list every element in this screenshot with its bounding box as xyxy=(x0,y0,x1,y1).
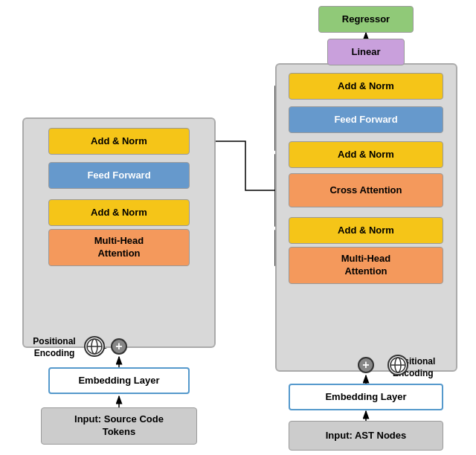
right-add-norm-top: Add & Norm xyxy=(289,73,443,100)
left-multi-head: Multi-HeadAttention xyxy=(48,229,190,266)
left-feed-forward: Feed Forward xyxy=(48,162,190,189)
left-pe-circle xyxy=(84,336,105,357)
linear: Linear xyxy=(327,39,405,65)
right-add-norm-mid: Add & Norm xyxy=(289,141,443,168)
regressor: Regressor xyxy=(318,6,414,33)
right-multi-head: Multi-HeadAttention xyxy=(289,247,443,284)
right-cross-attention: Cross Attention xyxy=(289,173,443,207)
left-input: Input: Source CodeTokens xyxy=(41,407,197,445)
diagram: Add & Norm Feed Forward Add & Norm Multi… xyxy=(0,0,476,455)
right-feed-forward: Feed Forward xyxy=(289,106,443,133)
left-pos-enc-label: PositionalEncoding xyxy=(25,336,83,359)
right-input: Input: AST Nodes xyxy=(289,421,443,451)
right-add-norm-bot: Add & Norm xyxy=(289,217,443,244)
right-pe-circle xyxy=(387,355,408,375)
left-plus-circle: + xyxy=(111,338,127,355)
right-embedding: Embedding Layer xyxy=(289,384,443,410)
right-plus-circle: + xyxy=(358,357,374,373)
left-add-norm-bot: Add & Norm xyxy=(48,199,190,226)
left-embedding: Embedding Layer xyxy=(48,367,190,394)
left-add-norm-top: Add & Norm xyxy=(48,128,190,155)
